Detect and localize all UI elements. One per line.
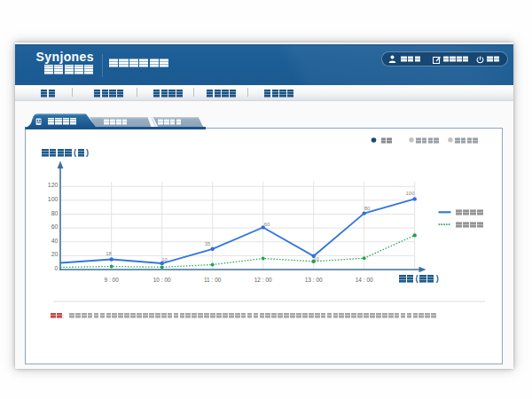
svg-text:100: 100 [405, 191, 415, 196]
svg-text:10 : 00: 10 : 00 [153, 277, 171, 283]
svg-text:80: 80 [51, 210, 59, 216]
svg-text:20: 20 [51, 251, 59, 257]
svg-text:60: 60 [264, 222, 270, 227]
svg-text:9 : 00: 9 : 00 [105, 277, 120, 283]
svg-text:14 : 00: 14 : 00 [356, 277, 373, 283]
svg-text:13 : 00: 13 : 00 [305, 277, 323, 283]
svg-text:60: 60 [51, 223, 59, 230]
svg-text:120: 120 [48, 182, 59, 188]
svg-text:10: 10 [313, 256, 319, 262]
svg-text:40: 40 [51, 238, 59, 244]
svg-text:100: 100 [48, 196, 59, 202]
svg-text:11 : 00: 11 : 00 [204, 277, 222, 283]
svg-text:80: 80 [364, 206, 371, 211]
svg-text:35: 35 [205, 241, 211, 246]
svg-text:0: 0 [55, 265, 59, 271]
svg-text:12 : 00: 12 : 00 [254, 277, 272, 283]
svg-text:18: 18 [106, 251, 112, 256]
svg-text:10: 10 [161, 257, 168, 262]
